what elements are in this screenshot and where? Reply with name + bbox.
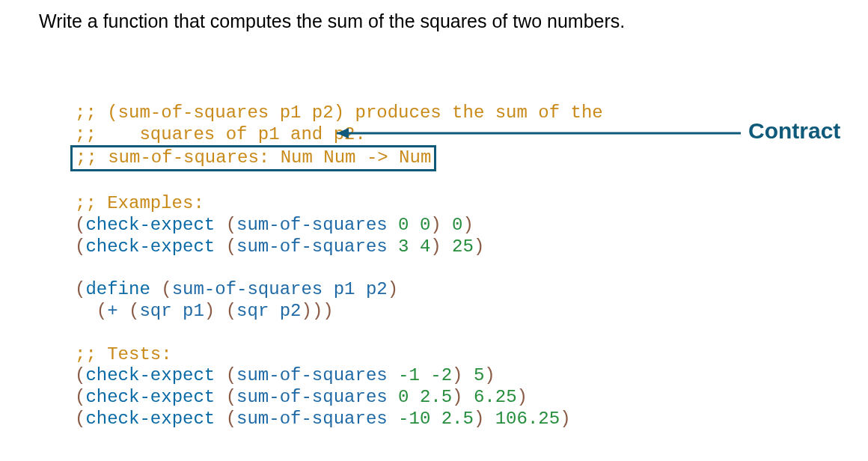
paren-close: ) (323, 301, 333, 321)
space (150, 279, 161, 299)
paren-close: ) (302, 301, 312, 321)
paren-open: ( (75, 279, 85, 299)
contract-line: ;; sum-of-squares: Num Num -> Num (70, 145, 436, 171)
paren-close: ) (484, 365, 495, 385)
comment-prefix: ;; (76, 147, 108, 168)
result: 106.25 (484, 409, 560, 429)
sqr-call: sqr p2 (236, 301, 301, 321)
fn-signature: sum-of-squares p1 p2 (172, 279, 388, 299)
space (215, 236, 225, 257)
paren-close: ) (517, 387, 528, 407)
paren-open: ( (75, 409, 85, 429)
paren-close: ) (204, 301, 215, 321)
arrow-icon (337, 126, 744, 144)
args: -1 -2 (388, 365, 452, 385)
fn-call: sum-of-squares (236, 409, 388, 429)
paren-open: ( (129, 301, 139, 321)
paren-open: ( (226, 301, 236, 321)
args: 0 0 (388, 215, 431, 235)
paren-open: ( (97, 301, 107, 321)
args: 0 2.5 (388, 387, 452, 407)
test-1: (check-expect (sum-of-squares -1 -2) 5) (75, 365, 495, 385)
paren-close: ) (474, 236, 484, 257)
tests-header: ;; Tests: (75, 344, 172, 364)
paren-close: ) (463, 215, 474, 235)
paren-close: ) (388, 279, 398, 299)
sqr-call: sqr p1 (139, 301, 204, 321)
comment-text: squares of p1 and p2. (139, 124, 365, 144)
paren-close: ) (452, 387, 462, 407)
comment-prefix: ;; (75, 103, 107, 123)
paren-open: ( (226, 409, 236, 429)
result: 6.25 (463, 387, 517, 407)
paren-open: ( (226, 215, 236, 235)
paren-close: ) (312, 301, 323, 321)
paren-open: ( (226, 387, 236, 407)
comment-text: (sum-of-squares p1 p2) produces the sum … (107, 103, 603, 123)
test-2: (check-expect (sum-of-squares 0 2.5) 6.2… (75, 387, 528, 407)
space (215, 387, 225, 407)
plus-op: + (107, 301, 117, 321)
fn-call: sum-of-squares (236, 365, 388, 385)
check-expect-kw: check-expect (85, 409, 215, 429)
space (215, 409, 225, 429)
purpose-comment-line2: ;; squares of p1 and p2. (75, 124, 366, 144)
example-2: (check-expect (sum-of-squares 3 4) 25) (75, 236, 484, 257)
define-line1: (define (sum-of-squares p1 p2) (75, 279, 398, 299)
check-expect-kw: check-expect (85, 365, 215, 385)
fn-call: sum-of-squares (236, 387, 388, 407)
result: 0 (441, 215, 463, 235)
args: 3 4 (388, 236, 431, 257)
space (118, 301, 129, 321)
paren-close: ) (430, 215, 441, 235)
space (215, 365, 225, 385)
define-line2: (+ (sqr p1) (sqr p2))) (75, 301, 334, 321)
paren-close: ) (560, 409, 570, 429)
space (215, 215, 225, 235)
purpose-comment-line1: ;; (sum-of-squares p1 p2) produces the s… (75, 103, 603, 123)
args: -10 2.5 (388, 409, 474, 429)
paren-open: ( (161, 279, 171, 299)
check-expect-kw: check-expect (85, 236, 215, 257)
comment-prefix: ;; (75, 124, 139, 144)
annotation-contract: Contract (748, 118, 840, 144)
define-kw: define (85, 279, 150, 299)
paren-open: ( (226, 365, 236, 385)
fn-call: sum-of-squares (236, 215, 388, 235)
svg-marker-1 (337, 128, 349, 138)
check-expect-kw: check-expect (85, 215, 215, 235)
paren-open: ( (75, 365, 85, 385)
fn-call: sum-of-squares (236, 236, 388, 257)
result: 5 (463, 365, 485, 385)
exercise-prompt: Write a function that computes the sum o… (39, 10, 625, 32)
example-1: (check-expect (sum-of-squares 0 0) 0) (75, 215, 474, 235)
paren-open: ( (75, 236, 85, 257)
paren-open: ( (75, 387, 85, 407)
result: 25 (441, 236, 474, 257)
paren-close: ) (452, 365, 462, 385)
test-3: (check-expect (sum-of-squares -10 2.5) 1… (75, 409, 571, 429)
paren-open: ( (226, 236, 236, 257)
examples-header: ;; Examples: (75, 193, 204, 213)
space (215, 301, 225, 321)
indent (75, 301, 97, 321)
paren-open: ( (75, 215, 85, 235)
paren-close: ) (430, 236, 441, 257)
check-expect-kw: check-expect (85, 387, 215, 407)
contract-text: sum-of-squares: Num Num -> Num (108, 147, 431, 168)
paren-close: ) (474, 409, 484, 429)
